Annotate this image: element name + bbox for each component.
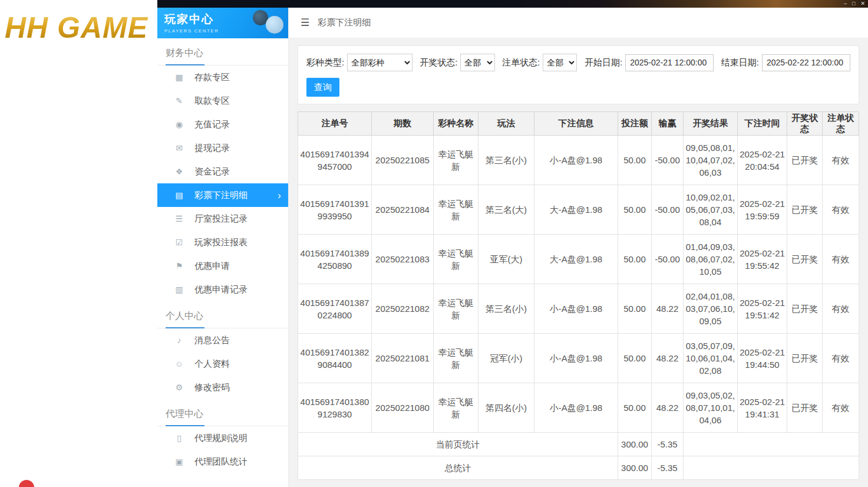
draw-status-label: 开奖状态:	[420, 57, 457, 68]
cell-lottery-name: 幸运飞艇新	[434, 235, 478, 284]
sidebar-item-label: 优惠申请记录	[194, 284, 247, 295]
table-row: 401569174013919939950 20250221084 幸运飞艇新 …	[298, 185, 859, 235]
cell-bet-time: 2025-02-21 19:59:59	[738, 185, 787, 235]
bet-status-select[interactable]: 全部	[543, 54, 577, 71]
sidebar-item-profile[interactable]: ☺ 个人资料	[157, 352, 288, 376]
table-row: 401569174013829084400 20250221081 幸运飞艇新 …	[298, 334, 859, 383]
cell-lottery-name: 幸运飞艇新	[434, 136, 478, 185]
header-win-loss: 输赢	[652, 112, 684, 136]
main-area: ☰ 彩票下注明细 彩种类型: 全部彩种 开奖状态:	[289, 8, 868, 487]
cell-draw-status: 已开奖	[787, 383, 823, 433]
lottery-bet-detail-icon: ▤	[173, 190, 185, 200]
cell-draw-result: 09,05,08,01,10,04,07,02,06,03	[684, 136, 738, 185]
cell-order-id: 401569174013829084400	[298, 334, 372, 383]
sidebar-item-promo-apply[interactable]: ⚑ 优惠申请	[157, 254, 288, 278]
cell-draw-result: 03,05,07,09,10,06,01,04,02,08	[684, 334, 738, 383]
header-bet-info: 下注信息	[534, 112, 618, 136]
cell-bet-info: 小-A盘@1.98	[534, 334, 618, 383]
team-stats-icon: ▣	[173, 457, 185, 466]
chevron-right-icon: ›	[278, 190, 281, 200]
cell-draw-status: 已开奖	[787, 334, 823, 383]
summary-page-winloss: -5.35	[652, 433, 684, 456]
sidebar-item-withdraw-zone[interactable]: ✎ 取款专区	[157, 89, 288, 113]
cell-win-loss: -50.00	[652, 185, 684, 235]
maximize-icon[interactable]: □	[852, 0, 855, 8]
cell-lottery-name: 幸运飞艇新	[434, 383, 478, 433]
draw-status-select[interactable]: 全部	[460, 54, 494, 71]
search-button[interactable]: 查询	[306, 78, 339, 97]
sidebar-item-label: 代理团队统计	[194, 456, 247, 468]
close-icon[interactable]: ✕	[860, 0, 865, 8]
cell-order-id: 401569174013870224800	[298, 284, 372, 334]
header-period: 期数	[372, 112, 434, 136]
cell-bet-time: 2025-02-21 20:04:54	[738, 136, 787, 185]
sidebar-item-deposit-zone[interactable]: ▦ 存款专区	[157, 65, 288, 89]
site-logo: HH GAME	[5, 11, 148, 45]
hall-bet-record-icon: ☰	[173, 214, 185, 223]
summary-row-page: 当前页统计 300.00 -5.35	[298, 433, 859, 456]
table-row: 401569174013894250890 20250221083 幸运飞艇新 …	[298, 235, 859, 284]
breadcrumb: 彩票下注明细	[318, 17, 371, 28]
summary-row-total: 总统计 300.00 -5.35	[298, 456, 859, 480]
cell-draw-result: 10,09,02,01,05,06,07,03,08,04	[684, 185, 738, 235]
sidebar-item-promo-apply-record[interactable]: ▥ 优惠申请记录	[157, 278, 288, 301]
cell-bet-status: 有效	[823, 383, 859, 433]
sidebar-item-lottery-bet-detail[interactable]: ▤ 彩票下注明细 ›	[157, 183, 288, 207]
ball-decoration-icon	[266, 16, 283, 34]
lottery-type-select[interactable]: 全部彩种	[347, 54, 412, 71]
sidebar-item-player-bet-report[interactable]: ☑ 玩家投注报表	[157, 231, 288, 254]
sidebar-item-agent-rules[interactable]: ▯ 代理规则说明	[157, 426, 288, 450]
cell-bet-status: 有效	[823, 235, 859, 284]
player-bet-report-icon: ☑	[173, 238, 185, 247]
cell-play: 第三名(小)	[478, 284, 534, 334]
section-title-finance: 财务中心	[157, 40, 288, 65]
main-header: ☰ 彩票下注明细	[289, 8, 868, 38]
summary-page-amount: 300.00	[618, 433, 652, 456]
end-date-input[interactable]	[762, 54, 850, 71]
cell-draw-result: 01,04,09,03,08,06,07,02,10,05	[684, 235, 738, 284]
summary-total-winloss: -5.35	[652, 456, 684, 480]
sidebar-item-funds-record[interactable]: ❖ 资金记录	[157, 160, 288, 183]
sidebar-item-label: 个人资料	[194, 358, 230, 370]
bell-icon: ♪	[173, 335, 185, 345]
floating-service-button[interactable]	[19, 480, 34, 487]
start-date-input[interactable]	[625, 54, 714, 71]
sidebar-item-announcements[interactable]: ♪ 消息公告	[157, 328, 288, 352]
sidebar-item-label: 资金记录	[194, 166, 230, 177]
sidebar-item-label: 充值记录	[194, 119, 230, 130]
sidebar-item-change-password[interactable]: ⚙ 修改密码	[157, 376, 288, 399]
minimize-icon[interactable]: –	[844, 0, 847, 8]
cell-draw-status: 已开奖	[787, 284, 823, 334]
cell-bet-status: 有效	[823, 284, 859, 334]
cashout-record-icon: ✉	[173, 143, 185, 153]
cell-bet-info: 小-A盘@1.98	[534, 136, 618, 185]
cell-period: 20250221083	[372, 235, 434, 284]
cell-bet-amount: 50.00	[618, 284, 652, 334]
header-bet-status: 注单状态	[823, 112, 859, 136]
sidebar-item-label: 消息公告	[194, 335, 230, 346]
table-header-row: 注单号 期数 彩种名称 玩法 下注信息 投注额 输赢 开奖结果 下注时间 开	[298, 112, 859, 136]
end-date-label: 结束日期:	[721, 57, 759, 68]
cell-bet-info: 小-A盘@1.98	[534, 284, 618, 334]
sidebar: 玩家中心 PLAYERS CENTER 财务中心 ▦ 存款专区 ✎ 取款专区 ◉…	[157, 8, 289, 487]
deposit-icon: ▦	[173, 73, 185, 82]
document-icon: ▯	[173, 433, 185, 443]
sidebar-item-recharge-record[interactable]: ◉ 充值记录	[157, 113, 288, 136]
start-date-label: 开始日期:	[585, 57, 622, 68]
cell-bet-amount: 50.00	[618, 383, 652, 433]
cell-draw-result: 09,03,05,02,08,07,10,01,04,06	[684, 383, 738, 433]
sidebar-header: 玩家中心 PLAYERS CENTER	[157, 8, 288, 38]
cell-bet-amount: 50.00	[618, 235, 652, 284]
sidebar-item-cashout-record[interactable]: ✉ 提现记录	[157, 136, 288, 160]
sidebar-item-agent-team-stats[interactable]: ▣ 代理团队统计	[157, 450, 288, 473]
sidebar-item-hall-bet-record[interactable]: ☰ 厅室投注记录	[157, 207, 288, 231]
sidebar-item-label: 玩家投注报表	[194, 237, 247, 248]
promo-apply-icon: ⚑	[173, 261, 185, 271]
cell-lottery-name: 幸运飞艇新	[434, 334, 478, 383]
menu-toggle-icon[interactable]: ☰	[301, 17, 309, 29]
cell-win-loss: -50.00	[652, 235, 684, 284]
cell-period: 20250221084	[372, 185, 434, 235]
header-lottery-name: 彩种名称	[434, 112, 478, 136]
sidebar-item-label: 提现记录	[194, 143, 230, 154]
cell-draw-result: 02,04,01,08,03,07,06,10,09,05	[684, 284, 738, 334]
